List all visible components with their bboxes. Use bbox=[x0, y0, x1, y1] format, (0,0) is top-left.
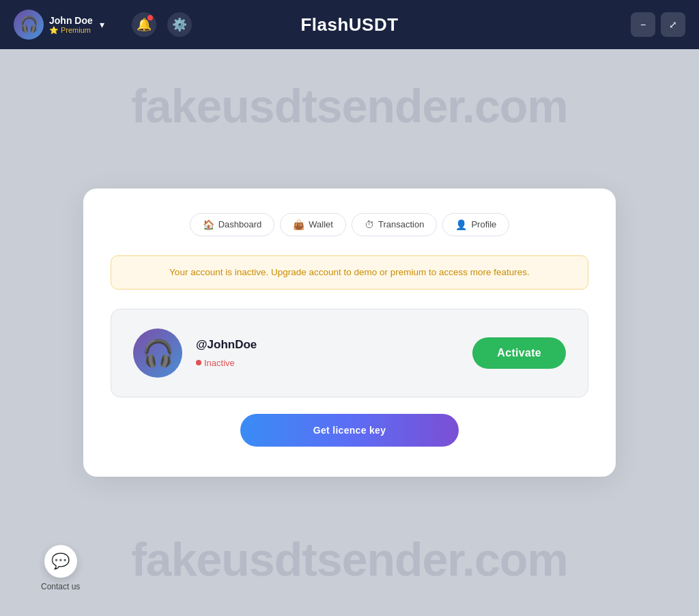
profile-avatar: 🎧 bbox=[133, 328, 182, 378]
minimize-button[interactable]: − bbox=[631, 12, 655, 37]
avatar: 🎧 bbox=[14, 10, 44, 40]
status-badge: Inactive bbox=[196, 358, 235, 368]
user-section[interactable]: 🎧 John Doe ⭐ Premium ▾ bbox=[14, 10, 104, 40]
maximize-button[interactable]: ⤢ bbox=[661, 12, 685, 37]
user-info: John Doe ⭐ Premium bbox=[49, 15, 93, 35]
contact-icon: 💬 bbox=[44, 545, 77, 578]
tab-profile[interactable]: 👤 Profile bbox=[442, 213, 509, 236]
titlebar-icons: 🔔 ⚙️ bbox=[132, 12, 192, 37]
nav-tabs: 🏠 Dashboard 👜 Wallet ⏱ Transaction 👤 Pro… bbox=[111, 213, 588, 236]
profile-card: 🎧 @JohnDoe Inactive Activate bbox=[111, 309, 588, 397]
tab-dashboard[interactable]: 🏠 Dashboard bbox=[190, 213, 275, 236]
star-icon: ⭐ bbox=[49, 26, 59, 35]
tab-transaction[interactable]: ⏱ Transaction bbox=[352, 213, 437, 236]
watermark-text-5: fakeusdtsender.com bbox=[131, 533, 568, 586]
titlebar: 🎧 John Doe ⭐ Premium ▾ 🔔 ⚙️ FlashUSDT − … bbox=[0, 0, 699, 49]
transaction-icon: ⏱ bbox=[365, 219, 374, 230]
contact-label: Contact us bbox=[41, 582, 80, 591]
activate-button[interactable]: Activate bbox=[472, 337, 566, 369]
contact-us-section[interactable]: 💬 Contact us bbox=[41, 545, 80, 591]
tab-wallet[interactable]: 👜 Wallet bbox=[280, 213, 346, 236]
notification-button[interactable]: 🔔 bbox=[132, 12, 156, 37]
main-card: 🏠 Dashboard 👜 Wallet ⏱ Transaction 👤 Pro… bbox=[83, 188, 616, 477]
notification-dot bbox=[147, 15, 153, 20]
license-key-button[interactable]: Get licence key bbox=[240, 414, 459, 447]
user-name: John Doe bbox=[49, 15, 93, 26]
user-badge: ⭐ Premium bbox=[49, 26, 93, 35]
profile-icon: 👤 bbox=[455, 219, 467, 230]
chevron-down-icon: ▾ bbox=[100, 19, 104, 30]
main-area: fakeusdtsender.com fakeusdtsender.com fa… bbox=[0, 49, 699, 616]
app-title: FlashUSDT bbox=[300, 14, 398, 36]
settings-button[interactable]: ⚙️ bbox=[167, 12, 192, 37]
alert-box: Your account is inactive. Upgrade accoun… bbox=[111, 255, 588, 290]
window-controls: − ⤢ bbox=[631, 12, 685, 37]
profile-username: @JohnDoe bbox=[196, 338, 459, 352]
profile-info: @JohnDoe Inactive bbox=[196, 338, 459, 368]
wallet-icon: 👜 bbox=[293, 219, 304, 230]
dashboard-icon: 🏠 bbox=[203, 219, 214, 230]
watermark-text-1: fakeusdtsender.com bbox=[131, 79, 568, 132]
status-dot bbox=[196, 360, 201, 365]
